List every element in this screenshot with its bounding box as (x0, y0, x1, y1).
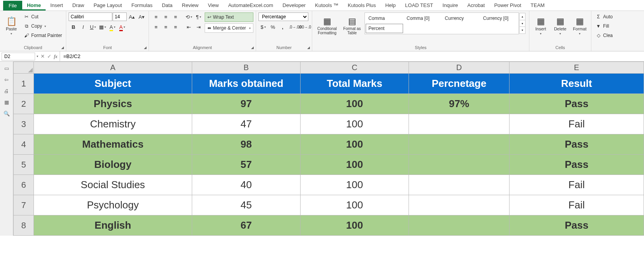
cell-A2[interactable]: Physics (34, 94, 192, 114)
cell-E7[interactable]: Fail (510, 195, 644, 215)
tab-power-pivot[interactable]: Power Pivot (490, 0, 526, 11)
col-header-E[interactable]: E (510, 62, 644, 74)
tab-review[interactable]: Review (177, 0, 203, 11)
tab-inquire[interactable]: Inquire (438, 0, 463, 11)
cell-E8[interactable]: Pass (510, 215, 644, 236)
cell-C1[interactable]: Total Marks (301, 74, 409, 94)
cell-B3[interactable]: 47 (192, 114, 301, 134)
spreadsheet-grid[interactable]: A B C D E 1SubjectMarks obtainedTotal Ma… (13, 62, 644, 236)
tab-acrobat[interactable]: Acrobat (463, 0, 490, 11)
gutter-btn-3[interactable]: 🖨 (4, 88, 9, 94)
fill-color-icon[interactable]: A (108, 23, 117, 31)
cell-A6[interactable]: Social Studies (34, 175, 192, 195)
col-header-B[interactable]: B (192, 62, 301, 74)
percent-format-icon[interactable]: % (268, 23, 278, 31)
cell-A5[interactable]: Biology (34, 155, 192, 175)
cell-D1[interactable]: Percnetage (409, 74, 510, 94)
underline-icon[interactable]: U (88, 23, 97, 31)
gallery-spin-1[interactable]: ▾ (520, 20, 525, 27)
tab-data[interactable]: Data (157, 0, 177, 11)
cell-C8[interactable]: 100 (301, 215, 409, 236)
fx-icon[interactable]: fx (54, 53, 57, 60)
cell-E1[interactable]: Result (510, 74, 644, 94)
gutter-btn-1[interactable]: ▭ (4, 65, 9, 71)
style-currency-0-[interactable]: Currency [0] (480, 14, 518, 23)
clear-button[interactable]: ◇Clea (594, 31, 614, 40)
cell-A8[interactable]: English (34, 215, 192, 236)
cell-E4[interactable]: Pass (510, 134, 644, 155)
cut-button[interactable]: ✂Cut (22, 12, 64, 21)
italic-icon[interactable]: I (78, 23, 88, 31)
font-dialog-launcher[interactable]: ◢ (143, 45, 147, 50)
gutter-btn-5[interactable]: 🔍 (4, 111, 10, 116)
orientation-icon[interactable]: ⟲ (184, 12, 193, 21)
select-all-triangle[interactable] (14, 62, 34, 74)
cancel-formula-icon[interactable]: ✕ (41, 53, 45, 60)
format-painter-button[interactable]: 🖌Format Painter (22, 31, 64, 40)
col-header-D[interactable]: D (409, 62, 510, 74)
insert-cells-button[interactable]: ▦Insert▾ (532, 12, 550, 40)
font-color-icon[interactable]: A (117, 23, 127, 31)
cell-E5[interactable]: Pass (510, 155, 644, 175)
accounting-format-icon[interactable]: $ (258, 23, 268, 31)
cell-styles-gallery[interactable]: CommaComma [0]CurrencyCurrency [0]Percen… (364, 12, 519, 34)
align-right-icon[interactable]: ≡ (171, 23, 180, 31)
tab-draw[interactable]: Draw (68, 0, 89, 11)
cell-B1[interactable]: Marks obtained (192, 74, 301, 94)
format-cells-button[interactable]: ▦Format▾ (571, 12, 589, 40)
merge-center-button[interactable]: ⬌Merge & Center▾ (205, 23, 253, 33)
delete-cells-button[interactable]: ▦Delete▾ (551, 12, 569, 40)
cell-C3[interactable]: 100 (301, 114, 409, 134)
conditional-formatting-button[interactable]: ▦ Conditional Formatting (315, 12, 340, 40)
style-percent[interactable]: Percent (366, 24, 403, 33)
align-top-icon[interactable]: ≡ (151, 12, 161, 21)
cell-B7[interactable]: 45 (192, 195, 301, 215)
align-bottom-icon[interactable]: ≡ (171, 12, 180, 21)
tab-kutools-plus[interactable]: Kutools Plus (343, 0, 380, 11)
cell-A1[interactable]: Subject (34, 74, 192, 94)
col-header-A[interactable]: A (34, 62, 192, 74)
tab-insert[interactable]: Insert (46, 0, 68, 11)
tab-formulas[interactable]: Formulas (127, 0, 157, 11)
cell-C5[interactable]: 100 (301, 155, 409, 175)
cell-A7[interactable]: Psychology (34, 195, 192, 215)
increase-font-icon[interactable]: A▴ (127, 12, 136, 21)
row-header-3[interactable]: 3 (14, 114, 34, 134)
gallery-spin-0[interactable]: ▴ (520, 13, 525, 20)
cell-C7[interactable]: 100 (301, 195, 409, 215)
align-center-icon[interactable]: ≡ (161, 23, 170, 31)
align-middle-icon[interactable]: ≡ (161, 12, 170, 21)
decrease-decimal-icon[interactable]: .00→.0 (300, 23, 310, 31)
cell-A3[interactable]: Chemistry (34, 114, 192, 134)
row-header-7[interactable]: 7 (14, 195, 34, 215)
number-format-combo[interactable]: Percentage (258, 12, 308, 21)
tab-page-layout[interactable]: Page Layout (89, 0, 127, 11)
cell-D4[interactable] (409, 134, 510, 155)
tab-load-test[interactable]: LOAD TEST (400, 0, 438, 11)
alignment-dialog-launcher[interactable]: ◢ (250, 45, 255, 50)
cell-D8[interactable] (409, 215, 510, 236)
cell-E2[interactable]: Pass (510, 94, 644, 114)
number-dialog-launcher[interactable]: ◢ (306, 45, 311, 50)
style-comma-0-[interactable]: Comma [0] (404, 14, 441, 23)
cell-B4[interactable]: 98 (192, 134, 301, 155)
name-box[interactable] (2, 53, 35, 60)
autosum-button[interactable]: ΣAuto (594, 12, 614, 21)
style-comma[interactable]: Comma (366, 14, 403, 23)
cell-E6[interactable]: Fail (510, 175, 644, 195)
gutter-btn-2[interactable]: ⇦ (4, 77, 9, 83)
row-header-6[interactable]: 6 (14, 175, 34, 195)
tab-team[interactable]: TEAM (526, 0, 549, 11)
bold-icon[interactable]: B (69, 23, 78, 31)
decrease-indent-icon[interactable]: ⇤ (184, 23, 193, 31)
row-header-4[interactable]: 4 (14, 134, 34, 155)
cell-C6[interactable]: 100 (301, 175, 409, 195)
cell-C4[interactable]: 100 (301, 134, 409, 155)
tab-file[interactable]: File (3, 1, 22, 11)
text-direction-icon[interactable]: ¶ (194, 12, 203, 21)
copy-button[interactable]: ⧉Copy▾ (22, 22, 64, 30)
enter-formula-icon[interactable]: ✓ (47, 53, 51, 60)
fill-button[interactable]: ▼Fill (594, 22, 614, 30)
row-header-1[interactable]: 1 (14, 74, 34, 94)
cell-D6[interactable] (409, 175, 510, 195)
